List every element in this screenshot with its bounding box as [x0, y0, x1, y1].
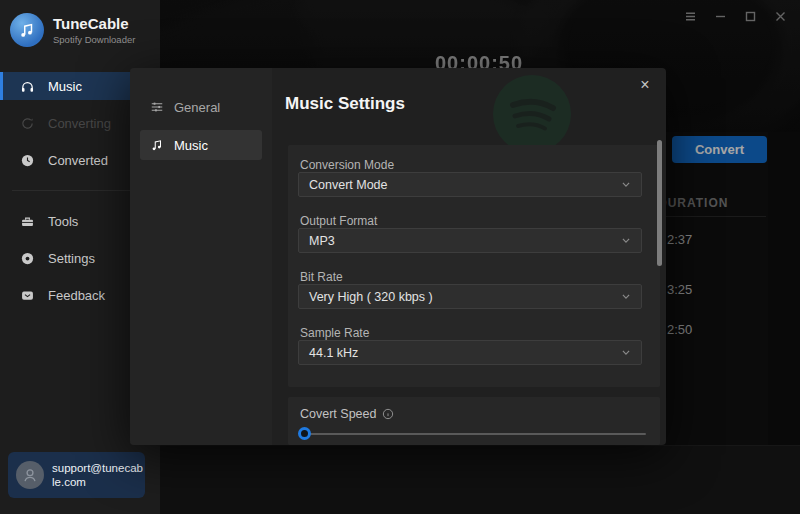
app-window: 00:00:50 Convert DURATION 2:37 3:25 2:50 [0, 0, 800, 514]
avatar [16, 461, 44, 489]
chevron-down-icon [621, 293, 631, 300]
sliders-icon [150, 100, 164, 114]
sidebar-item-label: Tools [48, 214, 78, 229]
tab-general[interactable]: General [140, 92, 262, 122]
sidebar-divider [12, 190, 148, 191]
gear-icon [20, 251, 35, 266]
output-format-select[interactable]: MP3 [298, 228, 642, 253]
person-icon [21, 466, 39, 484]
chevron-down-icon [621, 181, 631, 188]
selected-value: Very High ( 320 kbps ) [309, 290, 433, 304]
brand-text: TuneCable Spotify Downloader [53, 15, 135, 45]
headphones-icon [20, 79, 35, 94]
conversion-mode-select[interactable]: Convert Mode [298, 172, 642, 197]
speed-slider[interactable] [300, 433, 646, 435]
dialog-title: Music Settings [285, 94, 405, 114]
sidebar-item-label: Music [48, 79, 82, 94]
spotify-logo-watermark [493, 75, 571, 153]
music-settings-form: Conversion Mode Convert Mode Output Form… [288, 145, 660, 387]
bit-rate-select[interactable]: Very High ( 320 kbps ) [298, 284, 642, 309]
convert-speed-section: Covert Speed [288, 397, 660, 445]
toolbox-icon [20, 214, 35, 229]
settings-tab-panel: General Music [130, 68, 272, 445]
speed-slider-knob[interactable] [298, 427, 311, 440]
tab-label: Music [174, 138, 208, 153]
covert-speed-label: Covert Speed [300, 407, 394, 421]
chevron-down-icon [621, 349, 631, 356]
chevron-down-icon [621, 237, 631, 244]
sidebar-item-label: Settings [48, 251, 95, 266]
info-icon[interactable] [382, 408, 394, 420]
brand: TuneCable Spotify Downloader [0, 0, 160, 60]
tunecable-logo-icon [10, 13, 44, 47]
sidebar-item-label: Feedback [48, 288, 105, 303]
app-subtitle: Spotify Downloader [53, 34, 135, 45]
tab-music[interactable]: Music [140, 130, 262, 160]
covert-speed-text: Covert Speed [300, 407, 376, 421]
music-settings-dialog: General Music × Music Settings Conversio… [130, 68, 666, 445]
app-name: TuneCable [53, 15, 135, 32]
converting-icon [20, 116, 35, 131]
sidebar-item-label: Converting [48, 116, 111, 131]
conversion-mode-label: Conversion Mode [300, 158, 394, 172]
support-email-button[interactable]: support@tunecable.com [8, 452, 145, 498]
output-format-label: Output Format [300, 214, 377, 228]
support-email-text: support@tunecable.com [52, 461, 144, 489]
bit-rate-label: Bit Rate [300, 270, 343, 284]
sample-rate-select[interactable]: 44.1 kHz [298, 340, 642, 365]
selected-value: 44.1 kHz [309, 346, 358, 360]
music-note-icon [150, 138, 164, 152]
sidebar-item-label: Converted [48, 153, 108, 168]
tab-label: General [174, 100, 220, 115]
dialog-scrollbar[interactable] [657, 140, 662, 266]
selected-value: Convert Mode [309, 178, 388, 192]
selected-value: MP3 [309, 234, 335, 248]
envelope-icon [20, 288, 35, 303]
sample-rate-label: Sample Rate [300, 326, 369, 340]
clock-icon [20, 153, 35, 168]
dialog-close-icon[interactable]: × [634, 74, 656, 96]
